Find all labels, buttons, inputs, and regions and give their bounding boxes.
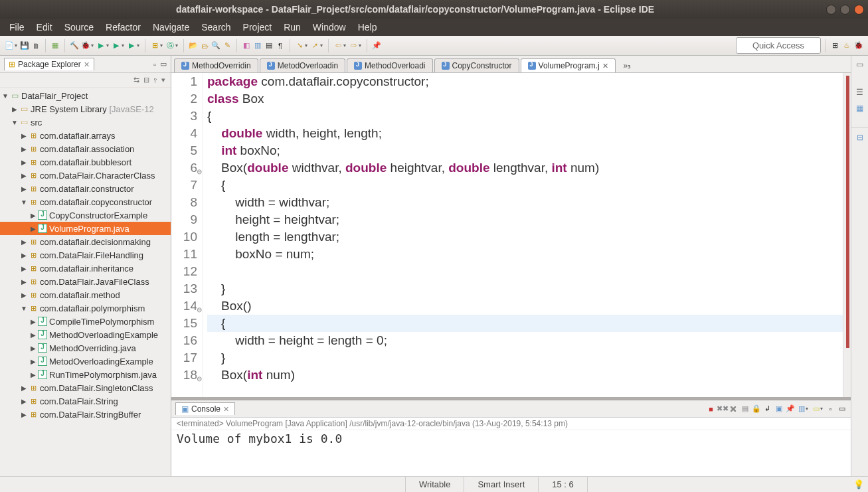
menu-source[interactable]: Source: [59, 20, 99, 35]
menu-navigate[interactable]: Navigate: [147, 20, 195, 35]
code-line[interactable]: height = heightvar;: [207, 211, 851, 228]
code-line[interactable]: double width, height, length;: [207, 125, 851, 142]
tree-item[interactable]: ▶CopyConstructorExample: [0, 208, 171, 222]
prev-annotation-icon[interactable]: ➚: [309, 41, 320, 51]
close-button[interactable]: [854, 5, 864, 15]
pin-editor-icon[interactable]: 📌: [371, 41, 382, 51]
menu-file[interactable]: File: [4, 20, 30, 35]
run-icon[interactable]: ▶: [96, 41, 106, 51]
menu-edit[interactable]: Edit: [31, 20, 58, 35]
overview-ruler[interactable]: [843, 73, 851, 397]
skip-breakpoints-icon[interactable]: 🔨: [69, 41, 80, 51]
minimize-view-icon[interactable]: ▫: [153, 60, 156, 68]
menu-run[interactable]: Run: [278, 20, 306, 35]
console-tab[interactable]: ▣ Console ✕: [175, 402, 235, 415]
code-line[interactable]: }: [207, 349, 851, 367]
code-line[interactable]: width = height = length = 0;: [207, 332, 851, 349]
restore-icon[interactable]: ▭: [855, 60, 865, 70]
tree-item[interactable]: ▶com.DataFlair.String: [0, 394, 171, 408]
open-task-icon[interactable]: 🗁: [199, 41, 210, 51]
tip-icon[interactable]: 💡: [853, 479, 864, 489]
close-view-icon[interactable]: ✕: [84, 60, 90, 69]
pin-icon[interactable]: ¶: [275, 41, 286, 51]
code-lines[interactable]: package com.dataflair.copyconstructor;cl…: [203, 73, 851, 397]
tree-item[interactable]: ▶VolumeProgram.java: [0, 222, 171, 235]
editor-tab[interactable]: MethodOverloadi: [347, 58, 432, 72]
next-annotation-icon[interactable]: ➘: [294, 41, 305, 51]
min-console-icon[interactable]: ▫: [825, 404, 835, 414]
outline-icon[interactable]: ▦: [855, 104, 865, 114]
max-console-icon[interactable]: ▭: [837, 404, 847, 414]
open-perspective-icon[interactable]: ⊞: [829, 41, 840, 51]
tree-item[interactable]: ▶com.DataFlair.JavaFileClass: [0, 275, 171, 288]
terminate-icon[interactable]: ■: [706, 404, 716, 414]
collapse-all-icon[interactable]: ⊟: [143, 76, 149, 84]
code-line[interactable]: [207, 263, 851, 280]
package-tree[interactable]: ▼DataFlair_Project▶JRE System Library [J…: [0, 88, 171, 476]
code-line[interactable]: package com.dataflair.copyconstructor;: [207, 73, 851, 90]
wand-icon[interactable]: ✎: [222, 41, 232, 51]
debug-icon[interactable]: 🐞: [80, 41, 91, 51]
code-line[interactable]: class Box: [207, 90, 851, 108]
run-last-icon[interactable]: ▶: [126, 41, 137, 51]
tree-item[interactable]: ▼com.dataflair.polymorphism: [0, 301, 171, 315]
code-line[interactable]: Box(double widthvar, double heightvar, d…: [207, 159, 851, 177]
tree-item[interactable]: ▶com.dataflair.arrays: [0, 129, 171, 142]
tree-item[interactable]: ▶com.dataflair.association: [0, 142, 171, 155]
menu-refactor[interactable]: Refactor: [100, 20, 146, 35]
tree-item[interactable]: ▶com.dataflair.constructor: [0, 182, 171, 195]
maximize-view-icon[interactable]: ▭: [160, 60, 167, 68]
more-tabs-indicator[interactable]: »₃: [620, 59, 636, 72]
tree-item[interactable]: ▶CompileTimePolymorphism: [0, 315, 171, 328]
toggle-breadcrumb-icon[interactable]: ▦: [50, 41, 60, 51]
search-icon[interactable]: 🔍: [211, 41, 221, 51]
tree-item[interactable]: ▶JRE System Library [JavaSE-12: [0, 102, 171, 116]
code-editor[interactable]: 123456789101112131415161718 package com.…: [171, 73, 851, 400]
back-icon[interactable]: ⇦: [333, 41, 343, 51]
scroll-lock-icon[interactable]: 🔒: [751, 404, 761, 414]
new-icon[interactable]: 📄: [4, 41, 15, 51]
remove-launch-icon[interactable]: ✖✖: [717, 404, 727, 414]
tree-item[interactable]: ▶com.dataflair.bubblesort: [0, 155, 171, 169]
editor-tab[interactable]: MetodOverloadin: [260, 58, 345, 72]
menu-project[interactable]: Project: [238, 20, 278, 35]
remove-all-icon[interactable]: 🗙: [729, 404, 738, 414]
code-line[interactable]: width = widthvar;: [207, 194, 851, 211]
quick-access-input[interactable]: Quick Access: [736, 37, 821, 54]
save-icon[interactable]: 💾: [19, 41, 30, 51]
word-wrap-icon[interactable]: ↲: [762, 404, 772, 414]
open-type-icon[interactable]: 📂: [188, 41, 199, 51]
show-whitespace-icon[interactable]: ▤: [264, 41, 274, 51]
forward-icon[interactable]: ⇨: [348, 41, 359, 51]
menu-help[interactable]: Help: [353, 20, 383, 35]
tree-item[interactable]: ▼com.dataflair.copyconstructor: [0, 195, 171, 208]
java-perspective-icon[interactable]: ♨: [841, 41, 852, 51]
coverage-icon[interactable]: ▶: [111, 41, 122, 51]
tree-item[interactable]: ▶RunTimePolymorphism.java: [0, 368, 171, 381]
outline-toggle-icon[interactable]: ⊟: [855, 133, 865, 143]
new-class-icon[interactable]: Ⓖ: [165, 41, 175, 51]
close-tab-icon[interactable]: ✕: [602, 62, 608, 70]
tree-item[interactable]: ▼src: [0, 116, 171, 129]
task-list-icon[interactable]: ☰: [855, 88, 865, 98]
tree-item[interactable]: ▶com.DataFlair.SingletonClass: [0, 381, 171, 394]
tree-item[interactable]: ▼DataFlair_Project: [0, 89, 171, 102]
tree-item[interactable]: ▶com.dataflair.method: [0, 288, 171, 301]
tree-item[interactable]: ▶MethodOverriding.java: [0, 341, 171, 355]
close-console-icon[interactable]: ✕: [223, 405, 229, 414]
maximize-button[interactable]: [840, 5, 850, 15]
open-console-icon[interactable]: ▭: [811, 404, 821, 414]
toggle-block-icon[interactable]: ▥: [252, 41, 263, 51]
new-pkg-icon[interactable]: ⊞: [149, 41, 160, 51]
show-console-icon[interactable]: ▣: [774, 404, 784, 414]
tree-item[interactable]: ▶MethodOverloadingExample: [0, 328, 171, 341]
code-line[interactable]: {: [207, 315, 851, 332]
tree-item[interactable]: ▶com.dataflair.decisionmaking: [0, 235, 171, 248]
tree-item[interactable]: ▶MetodOverloadingExample: [0, 355, 171, 368]
code-line[interactable]: {: [207, 177, 851, 194]
focus-icon[interactable]: ⫯: [153, 76, 157, 84]
link-editor-icon[interactable]: ⇆: [133, 76, 139, 84]
code-line[interactable]: }: [207, 280, 851, 297]
code-line[interactable]: boxNo = num;: [207, 246, 851, 263]
editor-tab[interactable]: MethodOverridin: [174, 58, 258, 72]
